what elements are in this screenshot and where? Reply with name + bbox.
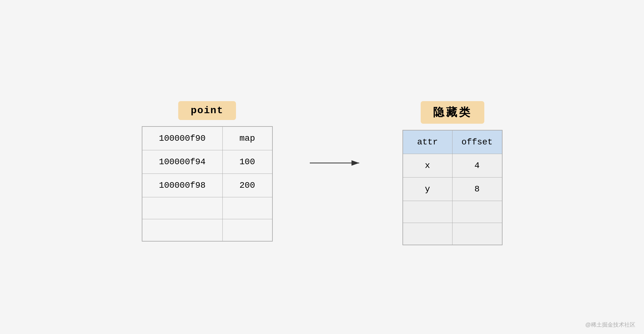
watermark: @稀土掘金技术社区 xyxy=(585,321,635,328)
table-row: 100000f98 200 xyxy=(142,174,272,197)
right-header-row: attr offset xyxy=(403,131,502,154)
left-cell-val-4 xyxy=(223,219,272,241)
left-cell-val-3 xyxy=(223,197,272,219)
right-table-row xyxy=(403,223,502,245)
left-cell-addr-1: 100000f94 xyxy=(142,150,223,173)
right-title: 隐藏类 xyxy=(421,101,484,124)
right-cell-attr-3 xyxy=(403,223,452,245)
right-cell-attr-1: y xyxy=(403,178,452,201)
right-header-attr: attr xyxy=(403,131,452,154)
table-row xyxy=(142,219,272,241)
right-cell-offset-1: 8 xyxy=(452,178,502,201)
table-row: 100000f90 map xyxy=(142,127,272,150)
arrow-svg xyxy=(310,151,365,182)
left-cell-val-1: 100 xyxy=(223,150,272,173)
right-cell-attr-2 xyxy=(403,201,452,223)
left-section: point 100000f90 map 100000f94 100 100000… xyxy=(142,101,273,242)
table-row: 100000f94 100 xyxy=(142,150,272,174)
right-table-row xyxy=(403,201,502,223)
right-table-row: x 4 xyxy=(403,154,502,178)
left-cell-addr-0: 100000f90 xyxy=(142,127,223,150)
right-cell-offset-2 xyxy=(452,201,502,223)
right-header-offset: offset xyxy=(452,131,502,154)
left-table: 100000f90 map 100000f94 100 100000f98 20… xyxy=(142,126,273,242)
main-container: point 100000f90 map 100000f94 100 100000… xyxy=(142,101,503,245)
table-row xyxy=(142,197,272,219)
left-cell-val-0: map xyxy=(223,127,272,150)
right-section: 隐藏类 attr offset x 4 y 8 xyxy=(402,101,503,245)
right-cell-attr-0: x xyxy=(403,154,452,177)
left-title: point xyxy=(178,101,236,120)
right-table: attr offset x 4 y 8 xyxy=(402,130,503,245)
right-table-row: y 8 xyxy=(403,178,502,201)
right-cell-offset-3 xyxy=(452,223,502,245)
right-cell-offset-0: 4 xyxy=(452,154,502,177)
left-cell-addr-3 xyxy=(142,197,223,219)
left-cell-val-2: 200 xyxy=(223,174,272,197)
left-cell-addr-2: 100000f98 xyxy=(142,174,223,197)
left-cell-addr-4 xyxy=(142,219,223,241)
